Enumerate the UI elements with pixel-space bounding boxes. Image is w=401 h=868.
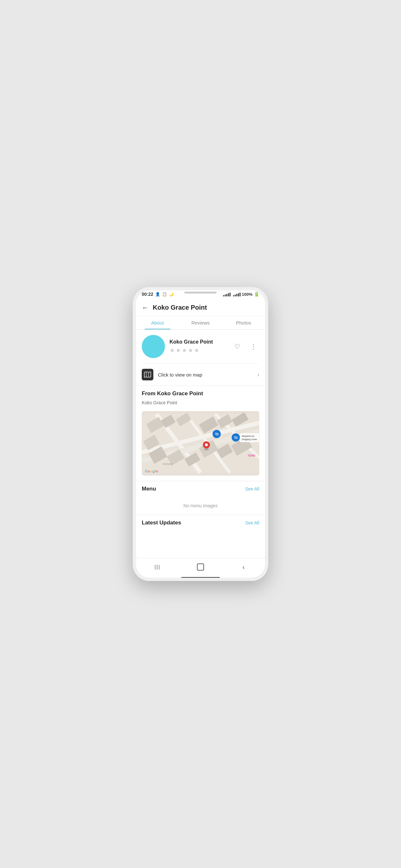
menu-see-all-button[interactable]: See All — [245, 486, 259, 492]
recent-apps-icon: ||| — [154, 564, 160, 570]
place-name: Koko Grace Point — [169, 339, 227, 345]
map-link-text: Click to view on map — [158, 372, 253, 377]
back-nav-icon: ‹ — [243, 563, 245, 571]
svg-text:Wanjambi ent.: Wanjambi ent. — [242, 435, 255, 438]
tab-about[interactable]: About — [136, 316, 179, 330]
status-left: 00:22 👤 📋 🌙 — [142, 291, 174, 297]
svg-text:otography: otography — [162, 462, 173, 465]
bottom-nav: ||| ‹ — [136, 558, 265, 575]
map-book-icon — [144, 372, 151, 377]
back-button-nav[interactable]: ‹ — [237, 562, 250, 572]
tabs-bar: About Reviews Photos — [136, 316, 265, 330]
bottom-spacer — [136, 531, 265, 544]
status-right: 100% 🔋 — [223, 291, 259, 297]
google-logo: Google — [145, 469, 158, 473]
battery-percent: 100% — [242, 292, 252, 297]
home-bar — [181, 577, 220, 578]
svg-text:🛍: 🛍 — [234, 435, 238, 440]
phone-frame: 00:22 👤 📋 🌙 100% 🔋 — [133, 287, 268, 581]
avatar — [142, 335, 165, 358]
recent-apps-button[interactable]: ||| — [151, 562, 164, 572]
more-button[interactable]: ⋮ — [248, 341, 259, 352]
home-button[interactable] — [194, 562, 207, 572]
battery-icon: 🔋 — [254, 291, 259, 297]
from-section-title-row: From Koko Grace Point — [136, 386, 265, 399]
content-area: Koko Grace Point ★ ★ ★ ★ ★ ♡ ⋮ — [136, 330, 265, 558]
svg-point-31 — [205, 443, 208, 446]
signal-bars-2 — [233, 292, 241, 297]
pill — [184, 291, 217, 293]
from-section-title: From Koko Grace Point — [142, 391, 203, 397]
place-actions: ♡ ⋮ — [232, 341, 259, 352]
map-link-row[interactable]: Click to view on map › — [136, 364, 265, 385]
place-header: Koko Grace Point ★ ★ ★ ★ ★ ♡ ⋮ — [136, 330, 265, 363]
place-info: Koko Grace Point ★ ★ ★ ★ ★ — [169, 339, 227, 354]
tab-photos[interactable]: Photos — [222, 316, 265, 330]
svg-text:🛍: 🛍 — [215, 431, 219, 436]
star-4: ★ — [188, 347, 193, 354]
map-icon-box — [142, 369, 153, 380]
star-1: ★ — [169, 347, 175, 354]
star-5: ★ — [194, 347, 199, 354]
updates-title: Latest Updates — [142, 520, 181, 526]
favorite-button[interactable]: ♡ — [232, 341, 243, 352]
place-address: Koko Grace Point — [136, 399, 265, 408]
star-3: ★ — [182, 347, 187, 354]
back-button[interactable]: ← — [142, 304, 149, 311]
status-time: 00:22 — [142, 291, 153, 297]
menu-title: Menu — [142, 486, 156, 492]
screen: ← Koko Grace Point About Reviews Photos … — [136, 299, 265, 558]
svg-text:TERE: TERE — [248, 454, 256, 457]
calendar-icon: 📋 — [162, 292, 167, 297]
chevron-right-icon: › — [257, 371, 259, 378]
home-indicator — [136, 575, 265, 581]
updates-section-header: Latest Updates See All — [136, 515, 265, 531]
home-icon — [197, 563, 204, 570]
star-rating: ★ ★ ★ ★ ★ — [169, 347, 227, 354]
map-container[interactable]: 🛍 🛍 Wanjambi ent. Shopping Centre TERE o… — [142, 411, 259, 476]
menu-section-header: Menu See All — [136, 481, 265, 497]
app-header: ← Koko Grace Point — [136, 299, 265, 316]
page-title: Koko Grace Point — [153, 304, 207, 311]
svg-point-29 — [204, 448, 209, 451]
star-2: ★ — [176, 347, 181, 354]
tab-reviews[interactable]: Reviews — [179, 316, 222, 330]
updates-see-all-button[interactable]: See All — [245, 520, 259, 525]
moon-icon: 🌙 — [169, 292, 174, 297]
svg-text:Shopping Centre: Shopping Centre — [242, 438, 257, 441]
signal-bars — [223, 292, 230, 297]
map-svg: 🛍 🛍 Wanjambi ent. Shopping Centre TERE o… — [142, 411, 259, 476]
no-menu-message: No menu images — [136, 497, 265, 515]
person-icon: 👤 — [155, 292, 160, 297]
